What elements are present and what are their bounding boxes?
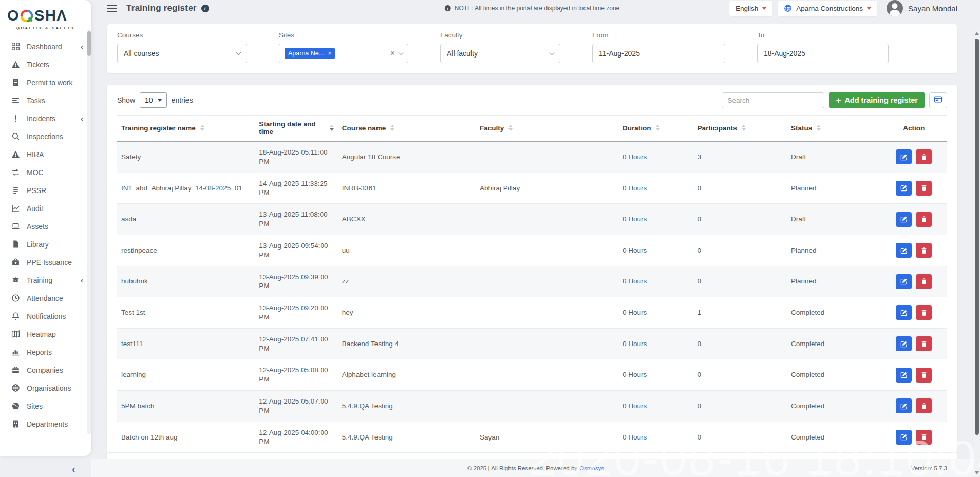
delete-button[interactable] [916,305,932,320]
sidebar-item-moc[interactable]: MOC [0,163,91,181]
courses-select[interactable]: All courses [117,44,247,63]
from-date-input[interactable] [599,49,719,58]
page-scrollbar-thumb[interactable] [975,39,979,435]
to-date-input[interactable] [764,49,882,58]
cell-action [881,266,947,297]
add-training-register-button[interactable]: Add training register [829,92,925,108]
sidebar-item-hira[interactable]: HIRA [0,145,91,163]
cell-status: Planned [787,235,881,266]
sidebar-item-permit-to-work[interactable]: Permit to work [0,73,91,91]
cell-participants: 1 [693,297,787,329]
table-row: restinpeace13-Aug-2025 09:54:00 PMuu0 Ho… [117,235,947,266]
remove-tag-icon[interactable]: × [328,50,331,56]
scroll-down-icon[interactable] [975,471,979,474]
edit-button[interactable] [896,398,912,413]
chevron-left-icon: ‹ [81,42,83,51]
delete-button[interactable] [916,274,932,289]
sidebar-item-library[interactable]: Library [0,235,91,253]
sidebar-item-pssr[interactable]: PSSR [0,181,91,199]
cell-course: hey [338,297,476,329]
sidebar-item-sites[interactable]: Sites [0,397,91,415]
sidebar-item-companies[interactable]: Companies [0,361,91,379]
delete-button[interactable] [916,398,932,413]
search-input[interactable] [722,92,824,108]
delete-button[interactable] [916,336,932,351]
sidebar-item-tickets[interactable]: Tickets [0,55,91,73]
table-row: IN1_abd_Abhiraj Pillay_14-08-2025_0114-A… [117,173,947,204]
version-text: Version: 5.7.3 [911,465,947,471]
column-header-course-name[interactable]: Course name [338,116,476,142]
edit-button[interactable] [896,368,912,383]
brand-q-icon [20,9,33,23]
chevron-down-icon [236,50,241,55]
sidebar-item-audit[interactable]: Audit [0,199,91,217]
table-header-row: Training register nameStarting date and … [117,116,947,142]
edit-button[interactable] [896,149,912,164]
sidebar-item-departments[interactable]: Departments [0,415,91,433]
timezone-note: i NOTE: All times in the portal are disp… [445,5,619,12]
topbar-controls: English Aparna Constructions Sayan Monda… [729,0,957,16]
column-header-duration[interactable]: Duration [618,116,693,142]
chevron-down-icon [399,50,404,55]
faculty-select[interactable]: All faculty [440,44,560,63]
cell-faculty [476,359,618,391]
sidebar-item-ppe-issuance[interactable]: PPE Issuance [0,253,91,271]
cell-action [881,391,947,422]
edit-button[interactable] [896,274,912,289]
delete-button[interactable] [916,368,932,383]
column-header-participants[interactable]: Participants [693,116,787,142]
sidebar-item-tasks[interactable]: Tasks [0,91,91,109]
top-bar: Training register i i NOTE: All times in… [107,0,957,16]
scroll-up-icon[interactable] [975,32,979,35]
edit-button[interactable] [896,430,912,445]
edit-button[interactable] [896,305,912,320]
sidebar-item-assets[interactable]: Assets [0,217,91,235]
sidebar-collapse-button[interactable]: ‹ [72,464,75,474]
user-avatar[interactable] [887,0,903,16]
column-header-status[interactable]: Status [787,116,881,142]
delete-button[interactable] [916,212,932,227]
edit-button[interactable] [896,336,912,351]
organisation-dropdown[interactable]: Aparna Constructions [778,1,877,16]
clear-selection-icon[interactable]: × [390,49,395,58]
page-size-select[interactable]: 10 [140,92,167,108]
language-dropdown[interactable]: English [729,1,772,16]
sidebar-item-incidents[interactable]: Incidents‹ [0,109,91,127]
sidebar-item-dashboard[interactable]: Dashboard‹ [0,37,91,55]
attendance-icon [11,294,20,302]
column-header-faculty[interactable]: Faculty [476,116,618,142]
sidebar-scrollbar[interactable] [87,29,91,434]
sidebar-item-notifications[interactable]: Notifications [0,307,91,325]
sidebar-item-organisations[interactable]: Organisations [0,379,91,397]
sidebar-item-training[interactable]: Training‹ [0,271,91,289]
column-header-training-register-name[interactable]: Training register name [117,116,255,142]
delete-button[interactable] [916,243,932,258]
sidebar-item-heatmap[interactable]: Heatmap [0,325,91,343]
delete-button[interactable] [916,430,932,445]
card-view-button[interactable] [929,92,947,108]
edit-button[interactable] [896,181,912,196]
column-header-starting-date-and-time[interactable]: Starting date and time [255,116,338,142]
cell-duration: 0 Hours [618,235,693,266]
delete-button[interactable] [916,149,932,164]
sidebar-item-reports[interactable]: Reports [0,343,91,361]
edit-button[interactable] [896,212,912,227]
brand-logo[interactable]: O S H Λ QUALITY & SAFETY [0,0,91,33]
cell-action [881,235,947,266]
filter-from: From [592,31,725,63]
delete-button[interactable] [916,181,932,196]
sidebar-scrollbar-thumb[interactable] [87,31,91,56]
sites-multiselect[interactable]: Aparna Ne... × × [279,44,408,63]
cell-status: Completed [787,297,881,329]
page-scrollbar[interactable] [974,29,980,477]
edit-button[interactable] [896,243,912,258]
sidebar-item-inspections[interactable]: Inspections [0,127,91,145]
sort-icon [742,125,746,131]
title-info-icon[interactable]: i [201,5,209,12]
sort-icon [330,125,334,131]
assets-icon [11,222,20,231]
osmosys-link[interactable]: Osmosys [579,465,604,471]
sidebar-item-attendance[interactable]: Attendance [0,289,91,307]
cell-datetime: 14-Aug-2025 11:33:25 PM [255,173,338,204]
menu-toggle-button[interactable] [107,5,117,12]
